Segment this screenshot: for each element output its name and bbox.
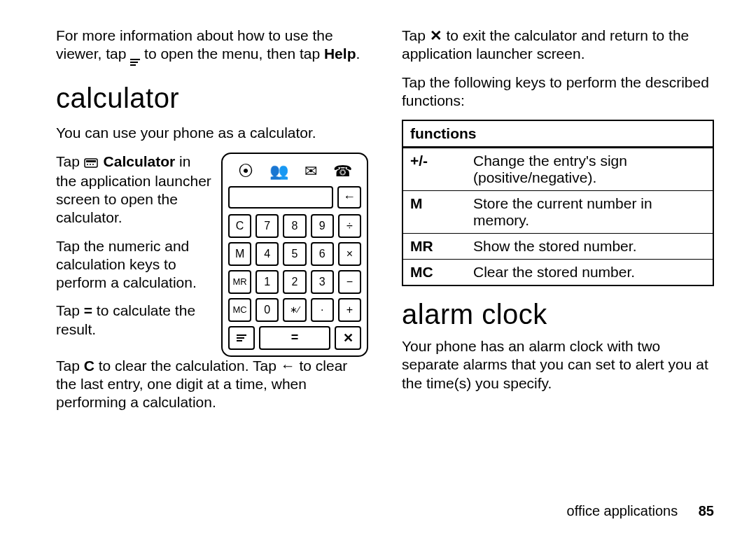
calc-close-key: ✕ bbox=[335, 326, 361, 350]
key-5: 5 bbox=[283, 242, 306, 266]
equals-para: Tap = to calculate the result. bbox=[56, 302, 211, 339]
calculator-illustration: ⦿ 👥 ✉ ☎ ← C 7 8 9 ÷ M 4 5 bbox=[221, 153, 368, 357]
svg-rect-0 bbox=[85, 159, 97, 167]
svg-point-4 bbox=[92, 164, 94, 165]
key-c: C bbox=[228, 214, 251, 238]
status-icon: ⦿ bbox=[238, 162, 253, 181]
open-calculator-para: Tap Calculator in the application launch… bbox=[56, 153, 211, 227]
calculator-app-icon bbox=[84, 154, 99, 172]
key-mc: MC bbox=[228, 298, 251, 322]
viewer-help-para: For more information about how to use th… bbox=[56, 27, 368, 66]
help-label: Help bbox=[324, 45, 356, 62]
calculator-intro: You can use your phone as a calculator. bbox=[56, 124, 368, 142]
key-4: 4 bbox=[255, 242, 279, 266]
key-multiply: × bbox=[338, 242, 361, 266]
key-9: 9 bbox=[311, 214, 334, 238]
alarm-clock-heading: alarm clock bbox=[402, 299, 714, 330]
key-dot: · bbox=[311, 298, 334, 322]
calculator-display bbox=[228, 186, 333, 209]
mail-icon: ✉ bbox=[304, 162, 317, 181]
key-minus: − bbox=[338, 270, 361, 294]
svg-rect-1 bbox=[86, 160, 96, 162]
alarm-clock-para: Your phone has an alarm clock with two s… bbox=[402, 337, 714, 393]
key-1: 1 bbox=[255, 270, 279, 294]
key-2: 2 bbox=[283, 270, 306, 294]
section-name: office applications bbox=[567, 503, 678, 519]
svg-point-3 bbox=[90, 164, 91, 165]
key-divide: ÷ bbox=[338, 214, 361, 238]
clear-para: Tap C to clear the calculation. Tap ← to… bbox=[56, 357, 368, 412]
key-mr: MR bbox=[228, 270, 251, 294]
table-row: MR Show the stored number. bbox=[402, 234, 713, 260]
key-plus: + bbox=[338, 298, 361, 322]
functions-table: functions +/- Change the entry's sign (p… bbox=[402, 120, 714, 286]
functions-intro: Tap the following keys to perform the de… bbox=[402, 73, 714, 111]
table-row: MC Clear the stored number. bbox=[402, 260, 713, 286]
page-footer: office applications 85 bbox=[567, 503, 714, 519]
key-6: 6 bbox=[311, 242, 334, 266]
table-row: M Store the current number in memory. bbox=[402, 191, 713, 234]
page-number: 85 bbox=[699, 503, 714, 519]
key-7: 7 bbox=[255, 214, 279, 238]
exit-para: Tap ✕ to exit the calculator and return … bbox=[402, 27, 714, 64]
key-sign: ∗⁄ bbox=[283, 298, 306, 322]
key-m: M bbox=[228, 242, 251, 266]
table-row: +/- Change the entry's sign (positive/ne… bbox=[402, 148, 713, 191]
numeric-keys-para: Tap the numeric and calculation keys to … bbox=[56, 237, 211, 292]
functions-header: functions bbox=[402, 120, 713, 148]
calc-menu-key bbox=[228, 326, 255, 350]
calculator-keypad: C 7 8 9 ÷ M 4 5 6 × MR 1 2 3 − MC 0 bbox=[228, 214, 361, 322]
arrow-left-icon: ← bbox=[281, 358, 295, 374]
contacts-icon: 👥 bbox=[270, 162, 288, 181]
menu-icon bbox=[130, 59, 140, 66]
phone-icon: ☎ bbox=[333, 162, 352, 181]
key-8: 8 bbox=[283, 214, 306, 238]
close-icon: ✕ bbox=[430, 27, 442, 43]
calculator-heading: calculator bbox=[56, 83, 368, 114]
left-column: For more information about how to use th… bbox=[56, 27, 368, 421]
backspace-key: ← bbox=[337, 186, 361, 209]
key-3: 3 bbox=[311, 270, 334, 294]
key-0: 0 bbox=[255, 298, 279, 322]
right-column: Tap ✕ to exit the calculator and return … bbox=[402, 27, 714, 421]
calc-equals-key: = bbox=[259, 326, 330, 350]
svg-point-2 bbox=[87, 164, 88, 165]
